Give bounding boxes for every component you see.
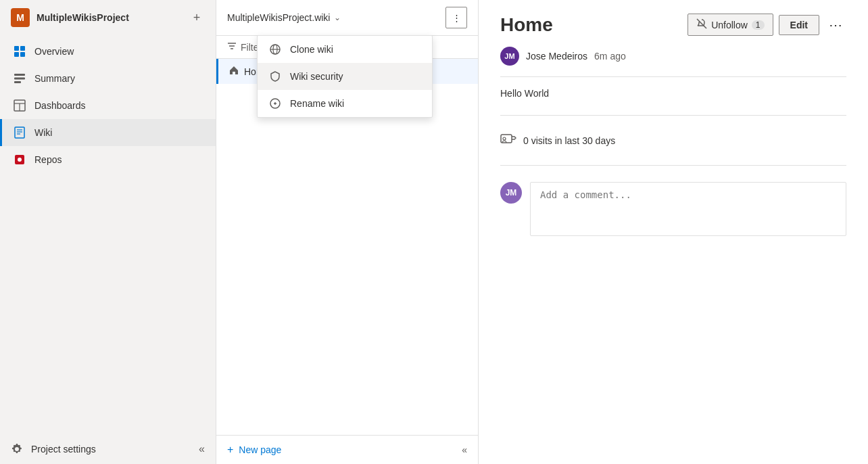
sidebar-collapse-button[interactable]: «: [199, 443, 205, 455]
unfollow-count: 1: [752, 20, 765, 30]
wiki-title-text: MultipleWikisProject.wiki: [227, 12, 330, 23]
author-name: Jose Medeiros: [526, 51, 587, 62]
comment-input[interactable]: [530, 182, 846, 236]
svg-rect-0: [14, 46, 19, 51]
visits-icon: [500, 132, 516, 149]
rename-wiki-label: Rename wiki: [290, 98, 344, 109]
sidebar-item-wiki[interactable]: Wiki: [0, 119, 216, 146]
dropdown-menu: Clone wiki Wiki security Rename wiki: [257, 35, 433, 118]
clone-wiki-label: Clone wiki: [290, 44, 333, 55]
svg-point-24: [503, 137, 506, 140]
chevron-down-icon: ⌄: [334, 13, 341, 22]
page-title: Home: [500, 14, 688, 36]
filter-icon: [227, 41, 237, 53]
new-page-label[interactable]: New page: [239, 444, 281, 455]
sidebar-item-repos-label: Repos: [34, 154, 62, 165]
unfollow-icon: [696, 18, 707, 31]
wiki-icon: [13, 126, 26, 139]
sidebar-item-dashboards[interactable]: Dashboards: [0, 92, 216, 119]
edit-button[interactable]: Edit: [779, 15, 819, 35]
svg-point-15: [18, 158, 22, 162]
more-icon: ⋯: [829, 17, 842, 33]
wiki-header: MultipleWikisProject.wiki ⌄ ⋮: [216, 0, 478, 36]
summary-icon: [13, 72, 26, 85]
comment-section: JM: [500, 182, 846, 236]
new-page-plus-icon: +: [227, 444, 233, 456]
dropdown-item-wiki-security[interactable]: Wiki security: [258, 63, 432, 90]
svg-rect-1: [20, 46, 25, 51]
author-row: JM Jose Medeiros 6m ago: [500, 47, 846, 77]
overview-icon: [13, 45, 26, 58]
svg-rect-5: [14, 78, 25, 80]
sidebar-item-dashboards-label: Dashboards: [34, 100, 86, 111]
sidebar-header: M MultipleWikisProject +: [0, 0, 216, 35]
repos-icon: [13, 153, 26, 166]
home-icon: [229, 66, 239, 77]
sidebar-item-summary-label: Summary: [34, 73, 75, 84]
unfollow-button[interactable]: Unfollow 1: [688, 14, 773, 36]
svg-rect-4: [14, 74, 25, 76]
middle-panel: MultipleWikisProject.wiki ⌄ ⋮ Filter Hom…: [216, 0, 479, 464]
author-time: 6m ago: [594, 51, 626, 62]
project-avatar: M: [11, 8, 30, 27]
middle-collapse-button[interactable]: «: [462, 444, 467, 455]
add-project-button[interactable]: +: [189, 9, 205, 26]
svg-rect-3: [20, 52, 25, 57]
content-header: Home Unfollow 1 Edit ⋯: [500, 14, 846, 36]
sidebar-item-overview[interactable]: Overview: [0, 38, 216, 65]
header-actions: Unfollow 1 Edit ⋯: [688, 14, 846, 36]
visits-row: 0 visits in last 30 days: [500, 132, 846, 166]
dropdown-item-rename-wiki[interactable]: Rename wiki: [258, 90, 432, 117]
svg-rect-6: [14, 81, 21, 83]
wiki-security-label: Wiki security: [290, 71, 343, 82]
svg-rect-10: [15, 127, 24, 138]
visits-text: 0 visits in last 30 days: [523, 135, 615, 146]
gear-icon: [11, 442, 24, 456]
sidebar-nav: Overview Summary Dashboards: [0, 35, 216, 434]
sidebar: M MultipleWikisProject + Overview: [0, 0, 216, 464]
content-more-button[interactable]: ⋯: [825, 14, 846, 36]
content-panel: Home Unfollow 1 Edit ⋯ JM Jose Medeiros …: [479, 0, 868, 464]
author-avatar: JM: [500, 47, 519, 66]
dashboards-icon: [13, 99, 26, 112]
sidebar-item-overview-label: Overview: [34, 46, 74, 57]
rename-icon: [268, 97, 282, 110]
sidebar-footer[interactable]: Project settings «: [0, 434, 216, 464]
sidebar-item-summary[interactable]: Summary: [0, 65, 216, 92]
project-settings-label: Project settings: [31, 444, 96, 455]
wiki-more-button[interactable]: ⋮: [445, 7, 467, 28]
sidebar-item-repos[interactable]: Repos: [0, 146, 216, 173]
project-name: MultipleWikisProject: [37, 12, 182, 23]
sidebar-item-wiki-label: Wiki: [34, 127, 52, 138]
clone-icon: [268, 43, 282, 56]
unfollow-label: Unfollow: [711, 20, 748, 30]
ellipsis-icon: ⋮: [452, 13, 461, 23]
svg-rect-2: [14, 52, 19, 57]
middle-footer: + New page «: [216, 435, 478, 464]
dropdown-item-clone-wiki[interactable]: Clone wiki: [258, 36, 432, 63]
wiki-title-button[interactable]: MultipleWikisProject.wiki ⌄: [227, 12, 341, 23]
page-body: Hello World: [500, 88, 846, 116]
security-icon: [268, 70, 282, 83]
commenter-avatar: JM: [500, 182, 522, 204]
